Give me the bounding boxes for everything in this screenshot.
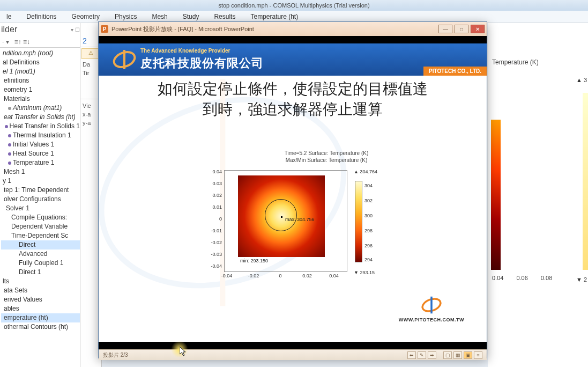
- tree-item[interactable]: Direct: [1, 240, 80, 249]
- tree-item[interactable]: ata Sets: [1, 286, 80, 295]
- plot-title: Temperature (K): [492, 58, 539, 66]
- ytick: 0.03: [206, 181, 222, 186]
- tree-item[interactable]: Solver 1: [1, 204, 80, 213]
- min-annotation: min: 293.150: [239, 258, 269, 263]
- pen-tool-button[interactable]: ✎: [418, 351, 426, 359]
- minimize-button[interactable]: —: [438, 25, 452, 33]
- view-sorter-button[interactable]: ▦: [453, 351, 462, 359]
- tree-item[interactable]: erived Values: [1, 295, 80, 304]
- next-slide-button[interactable]: ➡: [428, 351, 436, 359]
- comsol-window-title: stop condition.mph - COMSOL Multiphysics…: [0, 0, 588, 11]
- tree-item[interactable]: tep 1: Time Dependent: [1, 186, 80, 195]
- chart-title: Time=5.2 Surface: Temperature (K): [206, 150, 447, 157]
- view-normal-button[interactable]: ▢: [443, 351, 452, 359]
- tree-item[interactable]: Direct 1: [1, 268, 80, 277]
- tree-item[interactable]: ables: [1, 304, 80, 313]
- xtick: 0.04: [326, 273, 342, 278]
- tree-item[interactable]: al Definitions: [1, 58, 80, 67]
- provider-tagline: The Advanced Knowledge Provider: [140, 48, 230, 54]
- prev-slide-button[interactable]: ⬅: [407, 351, 416, 359]
- slide-footer-logo: WWW.PITOTECH.COM.TW: [399, 296, 464, 322]
- footer-logo-icon: [420, 296, 443, 315]
- builder-toolbar[interactable]: · ▾ ≡↑ ≡↓: [0, 36, 80, 48]
- tree-item[interactable]: eat Transfer in Solids (ht): [1, 113, 80, 122]
- tree-item[interactable]: el 1 (mod1): [1, 67, 80, 76]
- company-tag: PITOTECH CO., LTD.: [423, 67, 487, 76]
- slide-content[interactable]: The Advanced Knowledge Provider 皮托科技股份有限…: [99, 43, 487, 342]
- tree-item[interactable]: Time-Dependent Sc: [1, 231, 80, 240]
- slide-title: 如何設定停止條件，使得設定的目標值達 到時，強迫求解器停止運算: [99, 76, 487, 120]
- ytick: 0: [206, 216, 222, 222]
- tree-item[interactable]: eometry 1: [1, 85, 80, 94]
- tree-item[interactable]: othermal Contours (ht): [1, 322, 80, 332]
- xtick: 0.02: [299, 273, 315, 278]
- comsol-plot-area: Temperature (K) ▲ 3 ▼ 2 0.04 0.06 0.08: [488, 23, 588, 367]
- heatmap-contour-circle: [265, 199, 297, 231]
- tree-item[interactable]: Mesh 1: [1, 167, 80, 177]
- tree-item[interactable]: Initial Values 1: [1, 140, 80, 149]
- menu-file[interactable]: le: [6, 13, 11, 20]
- ytick: -0.02: [206, 240, 222, 245]
- ytick: -0.01: [206, 228, 222, 233]
- tree-item[interactable]: Temperature 1: [1, 158, 80, 167]
- tree-item[interactable]: efinitions: [1, 76, 80, 85]
- cbar-tick: 294: [364, 257, 373, 262]
- model-builder-header: ilder ▾ ☐: [0, 23, 80, 36]
- menu-temperature[interactable]: Temperature (ht): [250, 13, 298, 20]
- cbar-tick: 302: [364, 198, 373, 203]
- tree-item[interactable]: olver Configurations: [1, 195, 80, 204]
- cbar-tick: 304: [364, 183, 373, 188]
- tree-item[interactable]: Heat Transfer in Solids 1: [1, 122, 80, 131]
- xtick: 0: [272, 273, 288, 278]
- pp-titlebar[interactable]: P PowerPoint 投影片放映 - [FAQ] - Microsoft P…: [99, 22, 487, 36]
- model-builder-panel: ilder ▾ ☐ · ▾ ≡↑ ≡↓ ndition.mph (root)al…: [0, 23, 80, 367]
- maximize-button[interactable]: □: [455, 25, 468, 33]
- view-slideshow-button[interactable]: ▣: [464, 351, 472, 359]
- tree-item[interactable]: Aluminum (mat1): [1, 104, 80, 113]
- xtick: -0.04: [219, 273, 235, 278]
- builder-title: ilder: [1, 25, 17, 34]
- pp-statusbar: 投影片 2/3 ⬅ ✎ ➡ ▢ ▦ ▣ ≡: [99, 349, 487, 360]
- menu-definitions[interactable]: Definitions: [26, 13, 56, 20]
- footer-url: WWW.PITOTECH.COM.TW: [399, 317, 464, 322]
- xtick: 0.08: [541, 275, 552, 281]
- slide-header: The Advanced Knowledge Provider 皮托科技股份有限…: [99, 43, 487, 76]
- tree-item[interactable]: Compile Equations:: [1, 213, 80, 222]
- menu-mesh[interactable]: Mesh: [152, 13, 167, 20]
- ytick: -0.04: [206, 263, 222, 269]
- tree-item[interactable]: Advanced: [1, 249, 80, 259]
- close-button[interactable]: ✕: [471, 25, 485, 33]
- ytick: 0.02: [206, 193, 222, 198]
- cbar-tick: 296: [364, 243, 373, 248]
- colorbar-min-marker: ▼ 293.15: [354, 270, 375, 275]
- menu-geometry[interactable]: Geometry: [71, 13, 100, 20]
- plot-max-tri: ▲ 3: [576, 77, 587, 83]
- slide-title-line1: 如何設定停止條件，使得設定的目標值達: [158, 80, 428, 97]
- plot-heat-edge: [491, 120, 501, 270]
- cbar-tick: 298: [364, 228, 373, 233]
- ytick: 0.04: [206, 169, 222, 174]
- cbar-tick: 300: [364, 213, 373, 218]
- chart-subtitle: Max/Min Surface: Temperature (K): [206, 157, 447, 164]
- max-annotation: max: 304.756: [285, 217, 315, 222]
- colorbar-right: [583, 93, 588, 270]
- ytick: 0.01: [206, 204, 222, 210]
- tree-item[interactable]: ndition.mph (root): [1, 49, 80, 58]
- tree-item[interactable]: Dependent Variable: [1, 222, 80, 231]
- xtick: -0.02: [245, 273, 262, 278]
- menu-study[interactable]: Study: [183, 13, 199, 20]
- tree-item[interactable]: y 1: [1, 177, 80, 186]
- tree-item[interactable]: Heat Source 1: [1, 149, 80, 158]
- temperature-heatmap-chart: Time=5.2 Surface: Temperature (K) Max/Mi…: [206, 150, 447, 295]
- model-tree[interactable]: ndition.mph (root)al Definitionsel 1 (mo…: [0, 48, 80, 332]
- tree-item[interactable]: Fully Coupled 1: [1, 259, 80, 268]
- powerpoint-window: P PowerPoint 投影片放映 - [FAQ] - Microsoft P…: [98, 21, 487, 358]
- menu-physics[interactable]: Physics: [115, 13, 137, 20]
- tree-item[interactable]: Thermal Insulation 1: [1, 131, 80, 140]
- menu-results[interactable]: Results: [214, 13, 235, 20]
- pp-window-title: PowerPoint 投影片放映 - [FAQ] - Microsoft Pow…: [111, 25, 254, 33]
- tree-item[interactable]: emperature (ht): [1, 313, 80, 322]
- tree-item[interactable]: Materials: [1, 94, 80, 104]
- tree-item[interactable]: lts: [1, 277, 80, 286]
- view-reading-button[interactable]: ≡: [474, 351, 482, 359]
